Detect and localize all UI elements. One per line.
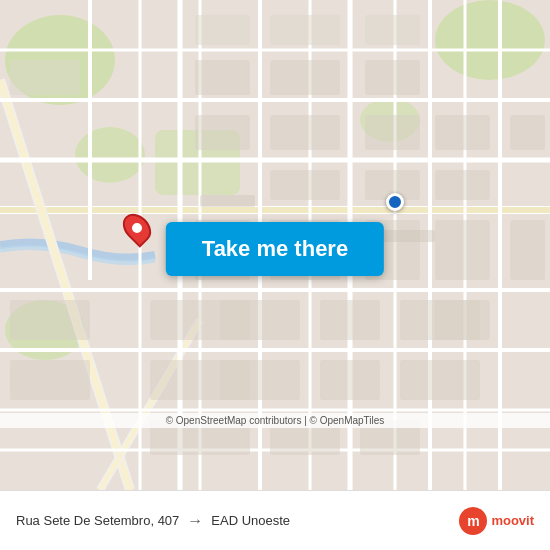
route-to: EAD Unoeste [211, 513, 290, 528]
moovit-circle-icon: m [459, 507, 487, 535]
route-arrow-icon: → [187, 512, 203, 530]
svg-rect-39 [270, 115, 340, 150]
svg-rect-37 [365, 60, 420, 95]
svg-rect-40 [365, 115, 420, 150]
svg-rect-32 [195, 15, 250, 45]
svg-rect-56 [220, 360, 300, 400]
route-from: Rua Sete De Setembro, 407 [16, 513, 179, 528]
svg-rect-36 [270, 60, 340, 95]
svg-rect-49 [10, 300, 90, 340]
svg-rect-34 [365, 15, 420, 45]
svg-point-2 [75, 127, 145, 183]
svg-rect-41 [270, 170, 340, 200]
svg-rect-38 [195, 115, 250, 150]
take-me-there-button[interactable]: Take me there [166, 222, 384, 276]
map-container: Take me there © OpenStreetMap contributo… [0, 0, 550, 490]
svg-rect-52 [220, 300, 300, 340]
map-attribution: © OpenStreetMap contributors | © OpenMap… [0, 413, 550, 428]
svg-rect-58 [400, 360, 480, 400]
moovit-brand-text: moovit [491, 513, 534, 528]
svg-rect-35 [195, 60, 250, 95]
bottom-bar: Rua Sete De Setembro, 407 → EAD Unoeste … [0, 490, 550, 550]
destination-marker [386, 193, 404, 211]
svg-rect-48 [435, 220, 490, 280]
svg-rect-63 [510, 220, 545, 280]
route-info: Rua Sete De Setembro, 407 → EAD Unoeste [16, 512, 290, 530]
origin-marker [125, 212, 149, 244]
svg-rect-64 [510, 115, 545, 150]
svg-rect-50 [10, 360, 90, 400]
svg-point-3 [435, 0, 545, 80]
svg-rect-65 [200, 195, 255, 207]
svg-rect-53 [320, 300, 380, 340]
svg-rect-62 [435, 300, 490, 340]
moovit-logo: m moovit [459, 507, 534, 535]
svg-rect-47 [435, 170, 490, 200]
svg-rect-33 [270, 15, 340, 45]
svg-rect-57 [320, 360, 380, 400]
svg-rect-31 [10, 60, 80, 95]
svg-rect-46 [435, 115, 490, 150]
